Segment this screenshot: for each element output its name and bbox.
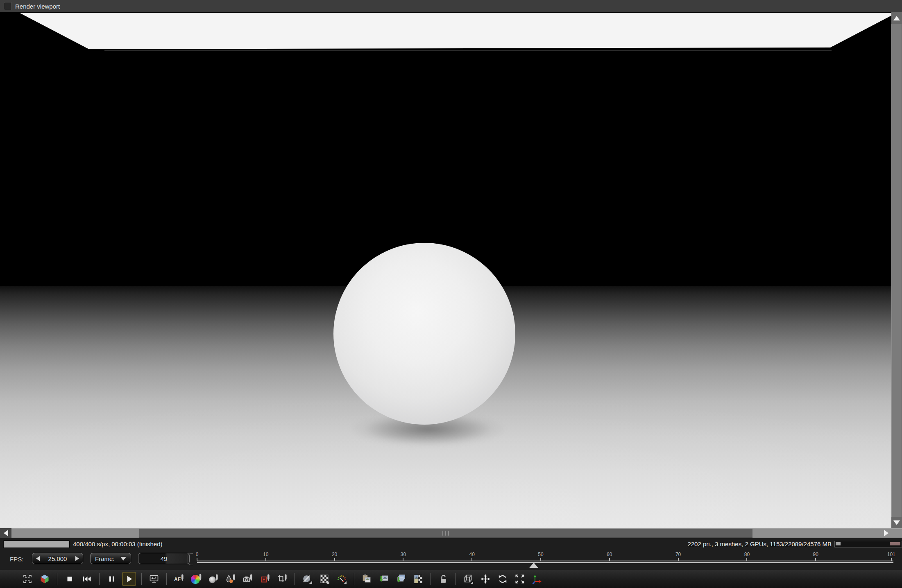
timeline-tick-label: 50: [538, 552, 543, 557]
render-region-picker-button[interactable]: [258, 572, 272, 586]
toolbar-separator: [166, 573, 167, 585]
autofocus-picker-button[interactable]: AF: [172, 572, 186, 586]
timeline-tick: [403, 558, 403, 561]
rotate-camera-button[interactable]: [496, 572, 510, 586]
play-button[interactable]: [122, 572, 136, 586]
timeline-tick: [891, 558, 892, 561]
timeline-tick: [540, 558, 541, 561]
toolbar-separator: [295, 573, 295, 585]
stop-icon: [64, 574, 75, 584]
vertical-scrollbar[interactable]: [891, 12, 902, 528]
checkerboard-icon: [319, 574, 330, 584]
scroll-down-button[interactable]: [891, 517, 902, 528]
play-icon: [124, 574, 134, 584]
fit-viewport-icon: [22, 574, 33, 584]
scroll-up-button[interactable]: [891, 12, 902, 24]
padlock-open-icon: [438, 574, 449, 584]
horizontal-scrollbar-thumb[interactable]: [139, 529, 752, 538]
timeline-tick-label: 30: [401, 552, 406, 557]
autofocus-picker-icon: AF: [174, 574, 184, 584]
crop-picker-button[interactable]: [275, 572, 289, 586]
timeline-ruler[interactable]: 0102030405060708090101: [0, 550, 902, 570]
fit-render-viewport-button[interactable]: [20, 572, 34, 586]
render-layer-toggle-button[interactable]: [300, 572, 314, 586]
render-viewport[interactable]: [0, 12, 891, 528]
timeline-tick: [815, 558, 816, 561]
copy-image-icon: [361, 574, 372, 584]
vertical-scrollbar-thumb[interactable]: [891, 24, 902, 517]
move-arrows-icon: [480, 574, 491, 584]
triangle-up-icon: [893, 16, 900, 20]
save-image-button[interactable]: [377, 572, 391, 586]
world-axis-icon: [532, 574, 542, 584]
sphere-slash-icon: [302, 574, 313, 584]
title-bar: Render viewport: [0, 0, 902, 13]
picker-icon: [198, 574, 202, 582]
area-light: [0, 12, 891, 63]
maximize-view-button[interactable]: [513, 572, 527, 586]
render-passes-button[interactable]: [411, 572, 425, 586]
alpha-background-checker-button[interactable]: [317, 572, 331, 586]
toolbar-separator: [57, 573, 57, 585]
camera-picker-button[interactable]: [241, 572, 255, 586]
preview-rgb-cube-button[interactable]: [38, 572, 52, 586]
timeline-tick: [746, 558, 747, 561]
pause-icon: [107, 574, 117, 584]
pause-button[interactable]: [105, 572, 119, 586]
image-checker-icon: [413, 574, 424, 584]
camera-gizmo-button[interactable]: [461, 572, 475, 586]
toolbar-separator: [354, 573, 354, 585]
toolbar-separator: [99, 573, 100, 585]
octane-render-viewport-window: Render viewport 400/400 s/px, 00:00:03 (…: [0, 0, 902, 588]
emission-picker-button[interactable]: [224, 572, 238, 586]
performance-gauge-button[interactable]: [335, 572, 349, 586]
save-layers-icon: [396, 574, 406, 584]
skip-to-start-icon: [82, 574, 92, 584]
fit-to-screen-button[interactable]: [147, 572, 161, 586]
render-progress-bar: [4, 541, 69, 547]
white-balance-picker-button[interactable]: [189, 572, 203, 586]
save-image-icon: [378, 574, 389, 584]
timeline-tick-label: 60: [607, 552, 612, 557]
save-all-render-layers-button[interactable]: [394, 572, 408, 586]
world-axis-button[interactable]: [530, 572, 544, 586]
wireframe-cube-icon: [463, 574, 474, 584]
camera-picker-icon: [242, 574, 253, 584]
scroll-right-button[interactable]: [880, 528, 892, 538]
emission-drop-picker-icon: [225, 574, 236, 584]
render-progress-text: 400/400 s/px, 00:00:03 (finished): [73, 541, 162, 547]
rgb-cube-icon: [39, 574, 50, 584]
timeline-playhead[interactable]: [529, 563, 538, 568]
copy-to-clipboard-button[interactable]: [360, 572, 374, 586]
skip-to-start-button[interactable]: [80, 572, 94, 586]
crop-picker-icon: [277, 574, 288, 584]
timeline-tick-label: 40: [469, 552, 475, 557]
playback-bar: FPS: 25.000 Frame: 49 010203040506070809…: [0, 550, 902, 570]
render-stats-text: 2202 pri., 3 meshes, 2 GPUs, 1153/22089/…: [687, 541, 832, 547]
timeline-tick: [334, 558, 335, 561]
pan-camera-button[interactable]: [478, 572, 492, 586]
timeline-tick-label: 10: [263, 552, 268, 557]
svg-text:AF: AF: [174, 577, 181, 582]
toolbar: AF: [0, 570, 902, 588]
status-bar: 400/400 s/px, 00:00:03 (finished) 2202 p…: [0, 538, 902, 550]
stop-button[interactable]: [63, 572, 77, 586]
timeline-tick-label: 20: [332, 552, 337, 557]
timeline-tick: [678, 558, 679, 561]
sphere: [333, 243, 515, 425]
scrollbar-grip-icon: [442, 531, 449, 536]
material-ball-picker-icon: [208, 574, 219, 584]
gpu-memory-bar: [834, 541, 902, 547]
gpu-memory-warn-segment: [890, 542, 900, 545]
timeline-tick: [265, 558, 266, 561]
maximize-arrows-icon: [514, 574, 525, 584]
lock-viewport-button[interactable]: [436, 572, 450, 586]
timeline-tick: [609, 558, 610, 561]
material-picker-button[interactable]: [206, 572, 220, 586]
scroll-left-button[interactable]: [0, 528, 11, 538]
toolbar-separator: [431, 573, 431, 585]
timeline-tick-label: 101: [887, 552, 895, 557]
horizontal-scrollbar[interactable]: [0, 528, 902, 538]
timeline-tick: [197, 558, 197, 561]
toolbar-separator: [141, 573, 142, 585]
